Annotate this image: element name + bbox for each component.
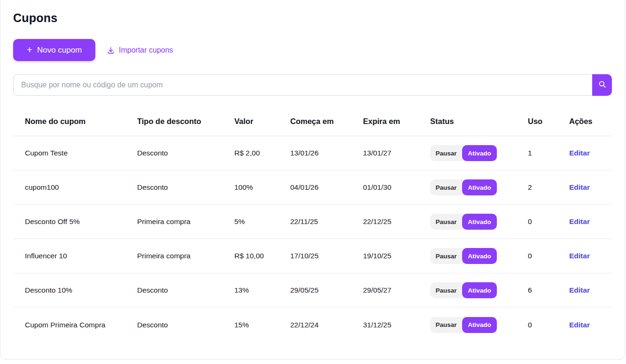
coupon-name: Cupom Teste: [13, 149, 137, 157]
uses-count: 0: [528, 252, 569, 260]
coupon-value: 5%: [234, 217, 290, 226]
coupon-name: Desconto 10%: [13, 286, 137, 294]
pause-button[interactable]: Pausar: [430, 282, 462, 298]
active-button[interactable]: Ativado: [462, 317, 497, 333]
uses-count: 6: [528, 286, 569, 294]
pause-button[interactable]: Pausar: [430, 317, 462, 333]
plus-icon: +: [27, 45, 32, 54]
start-date: 17/10/25: [290, 252, 363, 260]
expire-date: 29/05/27: [363, 286, 430, 294]
edit-link[interactable]: Editar: [569, 217, 590, 225]
search-bar: [13, 74, 612, 96]
active-button[interactable]: Ativado: [462, 248, 497, 264]
table-row: Influencer 10 Primeira compra R$ 10,00 1…: [13, 239, 612, 273]
header-type: Tipo de desconto: [137, 117, 234, 126]
header-status: Status: [430, 117, 528, 126]
coupon-value: 100%: [234, 183, 290, 192]
discount-type: Primeira compra: [137, 252, 234, 260]
import-coupons-label: Importar cupons: [119, 46, 173, 54]
uses-count: 0: [528, 217, 569, 226]
start-date: 04/01/26: [290, 183, 363, 192]
status-toggle[interactable]: Pausar Ativado: [430, 145, 497, 161]
status-cell: Pausar Ativado: [430, 317, 528, 333]
header-uses: Uso: [528, 117, 569, 126]
search-input[interactable]: [13, 74, 592, 96]
edit-link[interactable]: Editar: [569, 183, 590, 191]
coupons-page: Cupons + Novo cupom Importar cupons: [0, 0, 625, 360]
coupon-name: Cupom Primeira Compra: [13, 321, 137, 329]
uses-count: 0: [528, 321, 569, 329]
coupons-table: Nome do cupom Tipo de desconto Valor Com…: [13, 107, 612, 342]
expire-date: 22/12/25: [363, 217, 430, 226]
status-cell: Pausar Ativado: [430, 145, 528, 161]
coupon-value: 13%: [234, 286, 290, 294]
start-date: 22/12/24: [290, 321, 363, 329]
pause-button[interactable]: Pausar: [430, 145, 462, 161]
toolbar: + Novo cupom Importar cupons: [13, 39, 612, 61]
new-coupon-label: Novo cupom: [37, 46, 82, 55]
header-expires: Expira em: [363, 117, 430, 126]
edit-link[interactable]: Editar: [569, 286, 590, 294]
pause-button[interactable]: Pausar: [430, 248, 462, 264]
edit-link[interactable]: Editar: [569, 149, 590, 157]
pause-button[interactable]: Pausar: [430, 214, 462, 230]
table-row: Cupom Primeira Compra Desconto 15% 22/12…: [13, 308, 612, 342]
search-icon: [598, 80, 607, 90]
active-button[interactable]: Ativado: [462, 282, 497, 298]
discount-type: Desconto: [137, 183, 234, 192]
expire-date: 13/01/27: [363, 149, 430, 157]
expire-date: 01/01/30: [363, 183, 430, 192]
status-toggle[interactable]: Pausar Ativado: [430, 179, 497, 195]
discount-type: Desconto: [137, 321, 234, 329]
coupon-value: 15%: [234, 321, 290, 329]
header-name: Nome do cupom: [13, 117, 137, 126]
coupon-name: Influencer 10: [13, 252, 137, 260]
uses-count: 1: [528, 149, 569, 157]
uses-count: 2: [528, 183, 569, 192]
edit-link[interactable]: Editar: [569, 321, 590, 329]
start-date: 22/11/25: [290, 217, 363, 226]
start-date: 13/01/26: [290, 149, 363, 157]
header-starts: Começa em: [290, 117, 363, 126]
table-row: cupom100 Desconto 100% 04/01/26 01/01/30…: [13, 170, 612, 205]
active-button[interactable]: Ativado: [462, 145, 497, 161]
table-row: Desconto Off 5% Primeira compra 5% 22/11…: [13, 205, 612, 239]
table-header-row: Nome do cupom Tipo de desconto Valor Com…: [13, 107, 612, 136]
expire-date: 31/12/25: [363, 321, 430, 329]
table-row: Cupom Teste Desconto R$ 2,00 13/01/26 13…: [13, 136, 612, 170]
download-icon: [107, 46, 115, 54]
status-cell: Pausar Ativado: [430, 214, 528, 230]
coupon-value: R$ 2,00: [234, 149, 290, 157]
discount-type: Primeira compra: [137, 217, 234, 226]
search-button[interactable]: [592, 74, 612, 96]
expire-date: 19/10/25: [363, 252, 430, 260]
header-actions: Ações: [569, 117, 612, 126]
edit-link[interactable]: Editar: [569, 252, 590, 260]
active-button[interactable]: Ativado: [462, 214, 497, 230]
status-toggle[interactable]: Pausar Ativado: [430, 317, 497, 333]
new-coupon-button[interactable]: + Novo cupom: [13, 39, 95, 61]
table-body: Cupom Teste Desconto R$ 2,00 13/01/26 13…: [13, 136, 612, 342]
start-date: 29/05/25: [290, 286, 363, 294]
coupon-name: Desconto Off 5%: [13, 217, 137, 226]
active-button[interactable]: Ativado: [462, 179, 497, 195]
status-toggle[interactable]: Pausar Ativado: [430, 282, 497, 298]
status-cell: Pausar Ativado: [430, 282, 528, 298]
discount-type: Desconto: [137, 149, 234, 157]
import-coupons-link[interactable]: Importar cupons: [107, 46, 173, 54]
status-cell: Pausar Ativado: [430, 179, 528, 195]
header-value: Valor: [234, 117, 290, 126]
status-cell: Pausar Ativado: [430, 248, 528, 264]
coupon-name: cupom100: [13, 183, 137, 192]
status-toggle[interactable]: Pausar Ativado: [430, 248, 497, 264]
coupon-value: R$ 10,00: [234, 252, 290, 260]
table-row: Desconto 10% Desconto 13% 29/05/25 29/05…: [13, 273, 612, 308]
status-toggle[interactable]: Pausar Ativado: [430, 214, 497, 230]
discount-type: Desconto: [137, 286, 234, 294]
pause-button[interactable]: Pausar: [430, 179, 462, 195]
page-title: Cupons: [13, 0, 612, 25]
